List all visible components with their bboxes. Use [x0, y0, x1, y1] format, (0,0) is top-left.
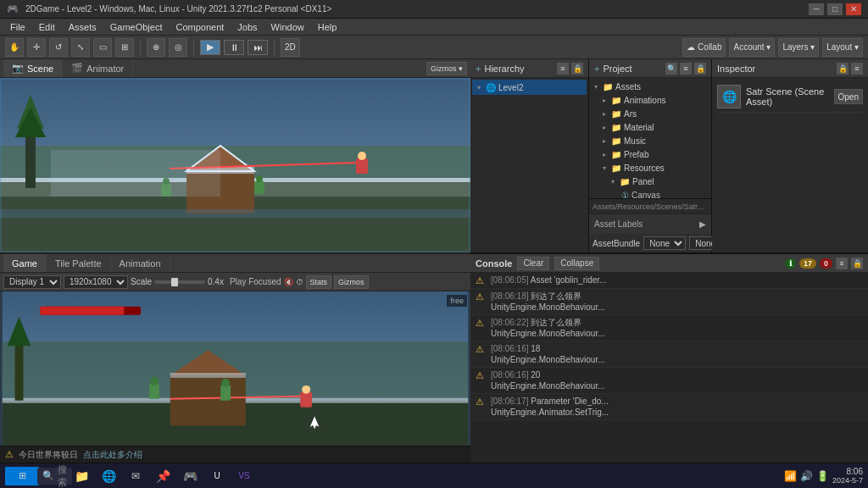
folder-panel[interactable]: ▾ 📁 Panel: [591, 175, 709, 188]
tab-animation[interactable]: Animation: [111, 254, 170, 272]
svg-rect-30: [170, 373, 246, 378]
taskbar-explorer[interactable]: 📁: [70, 464, 93, 488]
svg-point-37: [150, 377, 159, 385]
folder-resources[interactable]: ▾ 📁 Resources: [591, 161, 709, 175]
start-button[interactable]: ⊞: [5, 467, 39, 485]
console-collapse-button[interactable]: Collapse: [554, 257, 599, 270]
tab-game[interactable]: Game: [3, 254, 47, 272]
folder-material[interactable]: ▸ 📁 Material: [591, 120, 709, 134]
taskbar-search[interactable]: 🔍 搜索: [42, 464, 66, 488]
maximize-button[interactable]: □: [827, 3, 843, 15]
folder-prefab[interactable]: ▸ 📁 Prefab: [591, 147, 709, 161]
console-text-3: [08:06:16] 18UnityEngine.MonoBehaviour..…: [491, 343, 605, 365]
menu-assets[interactable]: Assets: [62, 19, 103, 35]
hand-tool-button[interactable]: ✋: [5, 38, 24, 57]
minimize-button[interactable]: ─: [809, 3, 824, 15]
hierarchy-menu-icon[interactable]: ≡: [557, 63, 569, 75]
stats-button[interactable]: Stats: [306, 275, 332, 289]
project-add-icon[interactable]: +: [594, 64, 599, 74]
rotate-tool-button[interactable]: ↺: [49, 38, 68, 57]
menu-component[interactable]: Component: [169, 19, 231, 35]
gizmos-button[interactable]: Gizmos: [334, 275, 369, 289]
global-button[interactable]: ◎: [169, 38, 187, 57]
notification-bar: ⚠ 今日世界将较日 点击此处多介绍: [0, 446, 470, 463]
taskbar-mail[interactable]: ✉: [124, 464, 147, 488]
collab-button[interactable]: ☁ Collab: [682, 38, 726, 57]
svg-rect-36: [149, 384, 159, 399]
svg-rect-28: [170, 375, 246, 425]
move-tool-button[interactable]: ✛: [27, 38, 46, 57]
taskbar-unity[interactable]: U: [205, 464, 229, 488]
inspector-open-button[interactable]: Open: [834, 89, 863, 104]
separator-3: [274, 39, 275, 56]
console-title: Console: [476, 258, 512, 269]
menu-window[interactable]: Window: [264, 19, 311, 35]
console-row-2[interactable]: ⚠ [08:06:22] 到达了么领界UnityEngine.MonoBehav…: [470, 315, 868, 341]
menu-help[interactable]: Help: [311, 19, 344, 35]
scene-canvas: [0, 78, 470, 252]
svg-rect-19: [51, 150, 220, 197]
account-button[interactable]: Account ▾: [729, 38, 775, 57]
taskbar-game[interactable]: 🎮: [178, 464, 202, 488]
console-row-0[interactable]: ⚠ [08:06:05] Asset 'goblin_rider...: [470, 273, 868, 289]
folder-animations[interactable]: ▸ 📁 Animations: [591, 93, 709, 107]
menu-file[interactable]: File: [3, 19, 32, 35]
console-row-5[interactable]: ⚠ [08:06:17] Parameter 'Die_do...UnityEn…: [470, 394, 868, 420]
file-canvas[interactable]: ①Canvas: [591, 188, 709, 198]
taskbar-pin[interactable]: 📌: [151, 464, 175, 488]
console-row-4[interactable]: ⚠ [08:06:16] 20UnityEngine.MonoBehaviour…: [470, 368, 868, 394]
display-select[interactable]: Display 1: [3, 275, 61, 289]
console-lock-icon[interactable]: 🔒: [851, 258, 863, 269]
layers-button[interactable]: Layers ▾: [778, 38, 819, 57]
scene-gizmos-btn[interactable]: Gizmos ▾: [426, 62, 467, 75]
project-menu-icon[interactable]: ≡: [680, 63, 692, 75]
tab-tile-palette[interactable]: Tile Palette: [47, 254, 111, 272]
taskbar-vs[interactable]: VS: [232, 464, 256, 488]
tab-scene[interactable]: 📷 Scene: [3, 59, 63, 77]
inspector-lock-icon[interactable]: 🔒: [837, 63, 849, 75]
bottom-left-area: Game Tile Palette Animation Display 1 19…: [0, 252, 470, 463]
inspector-content: 🌐 Satr Scene (Scene Asset) Open: [712, 78, 868, 116]
scene-viewport[interactable]: [0, 78, 470, 252]
inspector-menu-icon[interactable]: ≡: [851, 63, 863, 75]
resolution-select[interactable]: 1920x1080: [64, 275, 128, 289]
notification-subtext[interactable]: 点击此处多介绍: [83, 449, 142, 461]
inspector-header: Inspector 🔒 ≡: [712, 59, 868, 78]
taskbar-browser[interactable]: 🌐: [97, 464, 120, 488]
console-row-3[interactable]: ⚠ [08:06:16] 18UnityEngine.MonoBehaviour…: [470, 341, 868, 368]
play-button[interactable]: ▶: [200, 40, 220, 55]
pause-button[interactable]: ⏸: [224, 40, 244, 55]
bundle-select-1[interactable]: None: [643, 236, 686, 250]
rect-tool-button[interactable]: ▭: [93, 38, 112, 57]
scale-slider[interactable]: [154, 280, 205, 284]
project-search-icon[interactable]: 🔍: [665, 63, 677, 75]
scale-tool-button[interactable]: ⤡: [71, 38, 90, 57]
menu-jobs[interactable]: Jobs: [231, 19, 264, 35]
console-row-1[interactable]: ⚠ [08:06:18] 到达了么领界UnityEngine.MonoBehav…: [470, 289, 868, 315]
menu-edit[interactable]: Edit: [32, 19, 62, 35]
project-lock-icon[interactable]: 🔒: [694, 63, 706, 75]
hierarchy-lock-icon[interactable]: 🔒: [571, 63, 583, 75]
hierarchy-item-level2[interactable]: ▾ 🌐 Level2: [472, 80, 587, 95]
2d-mode-button[interactable]: 2D: [281, 38, 300, 57]
console-clear-button[interactable]: Clear: [517, 257, 549, 270]
close-button[interactable]: ✕: [846, 3, 861, 15]
assets-root-folder[interactable]: ▾ 📁 Assets: [591, 80, 709, 93]
menu-gameobject[interactable]: GameObject: [103, 19, 170, 35]
inspector-panel: Inspector 🔒 ≡ 🌐 Satr Scene (Scene Asset)…: [712, 59, 868, 252]
asset-labels-expand[interactable]: ▶: [699, 219, 706, 229]
layout-button[interactable]: Layout ▾: [822, 38, 863, 57]
hierarchy-add-icon[interactable]: +: [476, 64, 481, 74]
play-focused-label: Play Focused: [230, 277, 281, 286]
transform-tool-button[interactable]: ⊞: [115, 38, 134, 57]
step-button[interactable]: ⏭: [248, 40, 268, 55]
game-viewport[interactable]: free: [0, 291, 470, 463]
game-canvas: [0, 291, 470, 463]
folder-music[interactable]: ▸ 📁 Music: [591, 134, 709, 147]
pivot-button[interactable]: ⊕: [147, 38, 165, 57]
project-panel: + Project 🔍 ≡ 🔒 ▾ 📁 Assets: [589, 59, 712, 252]
folder-ars[interactable]: ▸ 📁 Ars: [591, 107, 709, 120]
console-menu-icon[interactable]: ≡: [836, 258, 848, 269]
tab-animator[interactable]: 🎬 Animator: [63, 59, 133, 77]
warn-icon-1: ⚠: [474, 291, 486, 302]
